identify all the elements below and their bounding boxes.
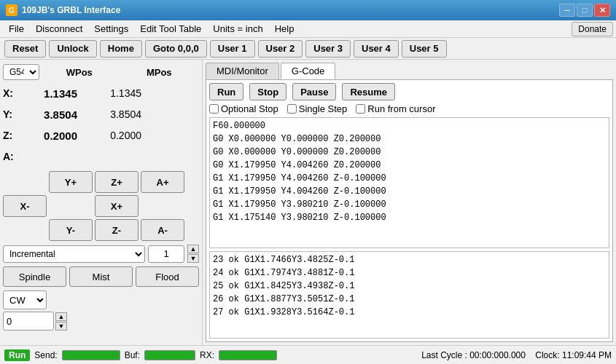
donate-button[interactable]: Donate <box>572 22 613 36</box>
pause-button[interactable]: Pause <box>292 83 336 100</box>
speed-input[interactable] <box>3 312 54 331</box>
gcode-display[interactable]: F60.000000G0 X0.000000 Y0.000000 Z0.2000… <box>209 117 609 248</box>
rx-label: RX: <box>200 350 214 360</box>
yminus-button[interactable]: Y- <box>49 219 93 241</box>
single-step-option[interactable]: Single Step <box>287 103 348 114</box>
gcode-line: G1 X1.179950 Y3.980210 Z-0.100000 <box>213 198 606 211</box>
stop-button[interactable]: Stop <box>249 83 286 100</box>
optional-stop-option[interactable]: Optional Stop <box>209 103 278 114</box>
a-coord-row: A: <box>3 147 199 166</box>
x-mpos: 1.1345 <box>83 87 141 99</box>
run-controls: Run Stop Pause Resume <box>209 83 609 100</box>
gcode-line: G1 X1.175140 Y3.980210 Z-0.100000 <box>213 211 606 224</box>
spindle-row: Spindle Mist Flood <box>3 266 199 287</box>
aminus-button[interactable]: A- <box>141 219 184 241</box>
minimize-button[interactable]: ─ <box>559 4 575 17</box>
x-coord-row: X: 1.1345 1.1345 <box>3 84 199 103</box>
gcode-line: F60.000000 <box>213 119 606 132</box>
run-from-cursor-label: Run from cursor <box>367 103 435 114</box>
z-mpos: 0.2000 <box>83 130 141 141</box>
status-run-badge: Run <box>4 349 30 361</box>
zplus-button[interactable]: Z+ <box>95 171 139 193</box>
close-button[interactable]: ✕ <box>594 4 610 17</box>
mist-button[interactable]: Mist <box>69 266 133 287</box>
optional-stop-checkbox[interactable] <box>209 104 219 114</box>
coord-column-headers: WPos MPos <box>39 67 199 78</box>
app-icon: G <box>6 4 17 16</box>
left-panel: G54G55G56 WPos MPos X: 1.1345 1.1345 Y: … <box>0 60 203 345</box>
increment-value-input[interactable] <box>148 245 184 263</box>
increment-up-arrow[interactable]: ▲ <box>187 245 199 253</box>
x-wpos: 1.1345 <box>25 87 83 100</box>
menu-disconnect[interactable]: Disconnect <box>30 22 88 36</box>
home-button[interactable]: Home <box>100 40 142 58</box>
y-mpos: 3.8504 <box>83 108 141 120</box>
speed-down-arrow[interactable]: ▼ <box>55 322 67 331</box>
y-coord-row: Y: 3.8504 3.8504 <box>3 105 199 124</box>
single-step-checkbox[interactable] <box>287 104 297 114</box>
increment-down-arrow[interactable]: ▼ <box>187 254 199 263</box>
right-panel: MDI/Monitor G-Code Run Stop Pause Resume… <box>203 60 616 345</box>
tab-mdi[interactable]: MDI/Monitor <box>206 63 279 79</box>
speed-row: ▲ ▼ <box>3 312 199 331</box>
maximize-button[interactable]: □ <box>577 4 593 17</box>
xplus-button[interactable]: X+ <box>95 195 139 217</box>
z-coord-row: Z: 0.2000 0.2000 <box>3 126 199 145</box>
flood-button[interactable]: Flood <box>136 266 199 287</box>
spindle-button[interactable]: Spindle <box>3 266 66 287</box>
send-progress <box>62 350 120 360</box>
gcode-line: G0 X0.000000 Y0.000000 Z0.200000 <box>213 146 606 159</box>
console-display[interactable]: 23 ok G1X1.7466Y3.4825Z-0.124 ok G1X1.79… <box>209 251 609 339</box>
y-wpos: 3.8504 <box>25 108 83 121</box>
gcode-line: G1 X1.179950 Y4.004260 Z-0.100000 <box>213 185 606 198</box>
user5-button[interactable]: User 5 <box>402 40 447 58</box>
unlock-button[interactable]: Unlock <box>49 40 96 58</box>
resume-button[interactable]: Resume <box>342 83 395 100</box>
run-button[interactable]: Run <box>209 83 243 100</box>
incremental-select[interactable]: Incremental <box>3 245 145 263</box>
user4-button[interactable]: User 4 <box>354 40 399 58</box>
mpos-header: MPos <box>130 67 188 78</box>
incremental-row: Incremental ▲ ▼ <box>3 245 199 263</box>
wcs-dropdown[interactable]: G54G55G56 <box>3 64 39 80</box>
menu-file[interactable]: File <box>3 22 30 36</box>
menu-units[interactable]: Units = inch <box>207 22 268 36</box>
speed-up-arrow[interactable]: ▲ <box>55 312 67 321</box>
status-bar: Run Send: Buf: RX: Last Cycle : 00:00:00… <box>0 345 616 364</box>
single-step-label: Single Step <box>299 103 348 114</box>
user3-button[interactable]: User 3 <box>305 40 351 58</box>
gcode-line: G0 X0.000000 Y0.000000 Z0.200000 <box>213 132 606 146</box>
menu-settings[interactable]: Settings <box>88 22 134 36</box>
zminus-button[interactable]: Z- <box>95 219 139 241</box>
aplus-button[interactable]: A+ <box>141 171 184 193</box>
wpos-header: WPos <box>50 67 109 78</box>
menu-bar: File Disconnect Settings Edit Tool Table… <box>0 20 616 38</box>
menu-edit-tool-table[interactable]: Edit Tool Table <box>134 22 207 36</box>
goto-button[interactable]: Goto 0,0,0 <box>145 40 207 58</box>
cw-select[interactable]: CWCCW <box>3 290 47 309</box>
coord-header: G54G55G56 WPos MPos <box>3 63 199 82</box>
rx-progress <box>219 350 277 360</box>
tab-gcode[interactable]: G-Code <box>281 63 336 79</box>
yplus-button[interactable]: Y+ <box>49 171 93 193</box>
a-axis-label: A: <box>3 151 25 162</box>
speed-arrows: ▲ ▼ <box>55 312 67 331</box>
gcode-panel: Run Stop Pause Resume Optional Stop Sing… <box>206 79 613 342</box>
console-line: 26 ok G1X1.8877Y3.5051Z-0.1 <box>213 293 606 306</box>
menu-help[interactable]: Help <box>269 22 300 36</box>
app-title: 109JB's GRBL Interface <box>22 5 559 15</box>
run-from-cursor-option[interactable]: Run from cursor <box>356 103 435 114</box>
console-line: 23 ok G1X1.7466Y3.4825Z-0.1 <box>213 253 606 266</box>
tab-bar: MDI/Monitor G-Code <box>206 63 613 79</box>
xminus-button[interactable]: X- <box>3 195 47 217</box>
options-row: Optional Stop Single Step Run from curso… <box>209 103 609 114</box>
toolbar: Reset Unlock Home Goto 0,0,0 User 1 User… <box>0 38 616 60</box>
status-cycle: Last Cycle : 00:00:000.000 Clock: 11:09:… <box>281 350 612 360</box>
run-from-cursor-checkbox[interactable] <box>356 104 365 114</box>
user2-button[interactable]: User 2 <box>258 40 303 58</box>
window-controls: ─ □ ✕ <box>559 4 610 17</box>
optional-stop-label: Optional Stop <box>221 103 278 114</box>
user1-button[interactable]: User 1 <box>210 40 255 58</box>
reset-button[interactable]: Reset <box>4 40 46 58</box>
console-line: 27 ok G1X1.9328Y3.5164Z-0.1 <box>213 306 606 319</box>
